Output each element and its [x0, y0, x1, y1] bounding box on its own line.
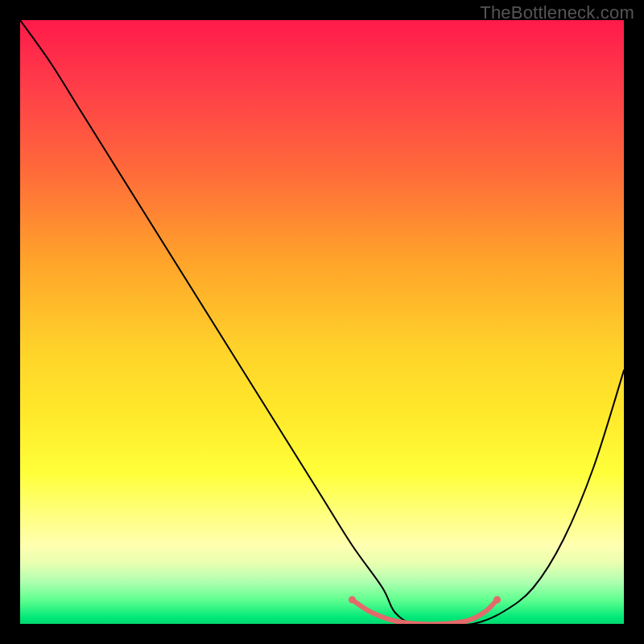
chart-svg [20, 20, 624, 624]
highlight-dot [493, 597, 501, 604]
plot-area [20, 20, 624, 624]
watermark-text: TheBottleneck.com [480, 2, 634, 23]
bottleneck-curve [20, 20, 624, 624]
highlight-segment [353, 600, 497, 624]
highlight-dot [349, 597, 356, 604]
